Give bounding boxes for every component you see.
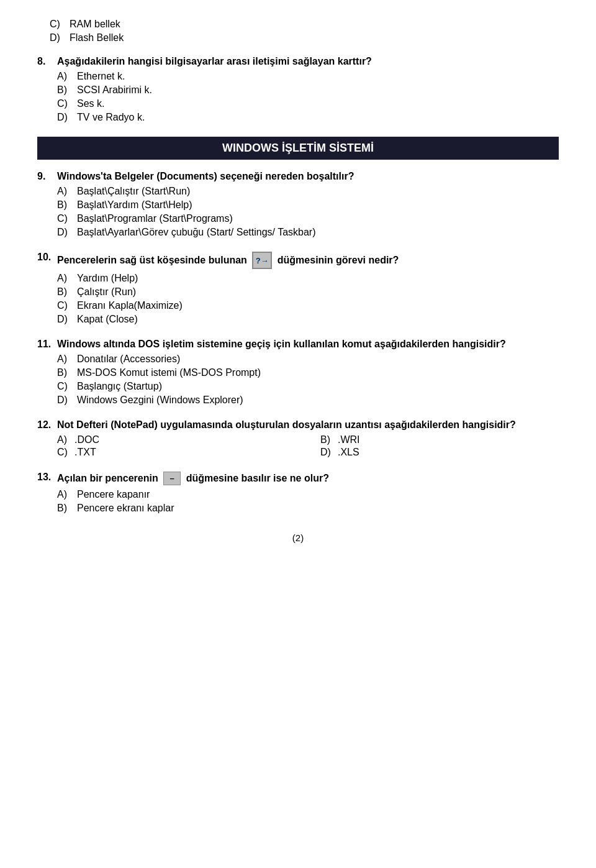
q9-b-text: Başlat\Yardım (Start\Help)	[77, 199, 559, 211]
section-header-title: WINDOWS İŞLETİM SİSTEMİ	[222, 142, 374, 154]
q8-text: Aşağıdakilerin hangisi bilgisayarlar ara…	[57, 56, 559, 67]
option-c-text: RAM bellek	[70, 19, 120, 30]
q8-option-d: D) TV ve Radyo k.	[57, 112, 559, 123]
q10-d-text: Kapat (Close)	[77, 314, 559, 325]
page-number: (2)	[37, 532, 559, 543]
q12-b-text: .WRI	[338, 434, 360, 445]
option-d-text: Flash Bellek	[70, 32, 124, 43]
option-c-ram: C) RAM bellek	[50, 19, 559, 30]
q9-a-text: Başlat\Çalıştır (Start\Run)	[77, 186, 559, 197]
q10-b-text: Çalıştır (Run)	[77, 286, 559, 298]
q10-option-a: A) Yardım (Help)	[57, 273, 559, 284]
question-10: 10. Pencerelerin sağ üst köşesinde bulun…	[37, 252, 559, 325]
q12-option-c: C) .TXT	[57, 447, 296, 458]
q13-line: 13. Açılan bir pencerenin – düğmesine ba…	[37, 472, 559, 485]
q11-c-letter: C)	[57, 381, 77, 392]
q11-c-text: Başlangıç (Startup)	[77, 381, 559, 392]
option-d-flash: D) Flash Bellek	[50, 32, 559, 43]
q8-b-text: SCSI Arabirimi k.	[77, 85, 559, 96]
q11-option-a: A) Donatılar (Accessories)	[57, 354, 559, 365]
q13-options: A) Pencere kapanır B) Pencere ekranı kap…	[57, 489, 559, 514]
option-d-letter: D)	[50, 32, 70, 43]
q13-b-letter: B)	[57, 503, 77, 514]
q9-b-letter: B)	[57, 199, 77, 211]
q10-text: Pencerelerin sağ üst köşesinde bulunan ?…	[57, 252, 559, 269]
q9-option-a: A) Başlat\Çalıştır (Start\Run)	[57, 186, 559, 197]
q12-option-a: A) .DOC	[57, 434, 296, 445]
q10-number: 10.	[37, 252, 57, 263]
q9-option-c: C) Başlat\Programlar (Start\Programs)	[57, 213, 559, 224]
help-button-icon: ?→	[252, 252, 272, 269]
q11-option-b: B) MS-DOS Komut istemi (MS-DOS Prompt)	[57, 367, 559, 378]
q10-a-letter: A)	[57, 273, 77, 284]
q9-a-letter: A)	[57, 186, 77, 197]
q8-a-letter: A)	[57, 71, 77, 82]
q11-a-letter: A)	[57, 354, 77, 365]
q10-options: A) Yardım (Help) B) Çalıştır (Run) C) Ek…	[57, 273, 559, 325]
q13-b-text: Pencere ekranı kaplar	[77, 503, 559, 514]
q9-number: 9.	[37, 171, 57, 182]
top-options-block: C) RAM bellek D) Flash Bellek	[50, 19, 559, 43]
q13-text-before: Açılan bir pencerenin	[57, 473, 158, 484]
q13-a-letter: A)	[57, 489, 77, 500]
q8-options: A) Ethernet k. B) SCSI Arabirimi k. C) S…	[57, 71, 559, 123]
question-13: 13. Açılan bir pencerenin – düğmesine ba…	[37, 472, 559, 514]
q11-d-text: Windows Gezgini (Windows Explorer)	[77, 395, 559, 406]
q10-option-c: C) Ekranı Kapla(Maximize)	[57, 300, 559, 311]
q12-text: Not Defteri (NotePad) uygulamasında oluş…	[57, 419, 559, 431]
q13-text-inline: Açılan bir pencerenin – düğmesine basılı…	[57, 472, 559, 485]
q9-c-text: Başlat\Programlar (Start\Programs)	[77, 213, 559, 224]
q10-text-before: Pencerelerin sağ üst köşesinde bulunan	[57, 255, 247, 266]
q8-option-c: C) Ses k.	[57, 98, 559, 109]
q9-options: A) Başlat\Çalıştır (Start\Run) B) Başlat…	[57, 186, 559, 238]
q9-line: 9. Windows'ta Belgeler (Documents) seçen…	[37, 171, 559, 182]
q9-option-b: B) Başlat\Yardım (Start\Help)	[57, 199, 559, 211]
q10-d-letter: D)	[57, 314, 77, 325]
q12-d-letter: D)	[320, 447, 338, 458]
q9-d-letter: D)	[57, 227, 77, 238]
q9-c-letter: C)	[57, 213, 77, 224]
q13-option-b: B) Pencere ekranı kaplar	[57, 503, 559, 514]
q12-b-letter: B)	[320, 434, 338, 445]
q8-a-text: Ethernet k.	[77, 71, 559, 82]
q12-c-text: .TXT	[74, 447, 96, 458]
q11-options: A) Donatılar (Accessories) B) MS-DOS Kom…	[57, 354, 559, 406]
q10-line: 10. Pencerelerin sağ üst köşesinde bulun…	[37, 252, 559, 269]
q12-option-b: B) .WRI	[320, 434, 559, 445]
page-number-text: (2)	[292, 532, 304, 543]
q8-c-letter: C)	[57, 98, 77, 109]
q8-d-text: TV ve Radyo k.	[77, 112, 559, 123]
q11-a-text: Donatılar (Accessories)	[77, 354, 559, 365]
q9-option-d: D) Başlat\Ayarlar\Görev çubuğu (Start/ S…	[57, 227, 559, 238]
q12-number: 12.	[37, 419, 57, 431]
q13-text: Açılan bir pencerenin – düğmesine basılı…	[57, 472, 559, 485]
section-header-windows: WINDOWS İŞLETİM SİSTEMİ	[37, 137, 559, 160]
q12-a-text: .DOC	[74, 434, 99, 445]
question-12: 12. Not Defteri (NotePad) uygulamasında …	[37, 419, 559, 458]
q11-d-letter: D)	[57, 395, 77, 406]
q10-text-after: düğmesinin görevi nedir?	[278, 255, 399, 266]
q11-number: 11.	[37, 339, 57, 350]
q13-a-text: Pencere kapanır	[77, 489, 559, 500]
q12-c-letter: C)	[57, 447, 74, 458]
q10-option-b: B) Çalıştır (Run)	[57, 286, 559, 298]
q11-b-text: MS-DOS Komut istemi (MS-DOS Prompt)	[77, 367, 559, 378]
option-c-letter: C)	[50, 19, 70, 30]
q10-c-letter: C)	[57, 300, 77, 311]
q8-option-a: A) Ethernet k.	[57, 71, 559, 82]
q9-text: Windows'ta Belgeler (Documents) seçeneği…	[57, 171, 559, 182]
q11-option-c: C) Başlangıç (Startup)	[57, 381, 559, 392]
question-11: 11. Windows altında DOS işletim sistemin…	[37, 339, 559, 406]
q13-number: 13.	[37, 472, 57, 483]
q11-b-letter: B)	[57, 367, 77, 378]
q10-c-text: Ekranı Kapla(Maximize)	[77, 300, 559, 311]
q12-line: 12. Not Defteri (NotePad) uygulamasında …	[37, 419, 559, 431]
q8-b-letter: B)	[57, 85, 77, 96]
q9-d-text: Başlat\Ayarlar\Görev çubuğu (Start/ Sett…	[77, 227, 559, 238]
q10-b-letter: B)	[57, 286, 77, 298]
q8-line: 8. Aşağıdakilerin hangisi bilgisayarlar …	[37, 56, 559, 67]
q11-text: Windows altında DOS işletim sistemine ge…	[57, 339, 559, 350]
q8-number: 8.	[37, 56, 57, 67]
q13-text-after: düğmesine basılır ise ne olur?	[186, 473, 329, 484]
q10-a-text: Yardım (Help)	[77, 273, 559, 284]
